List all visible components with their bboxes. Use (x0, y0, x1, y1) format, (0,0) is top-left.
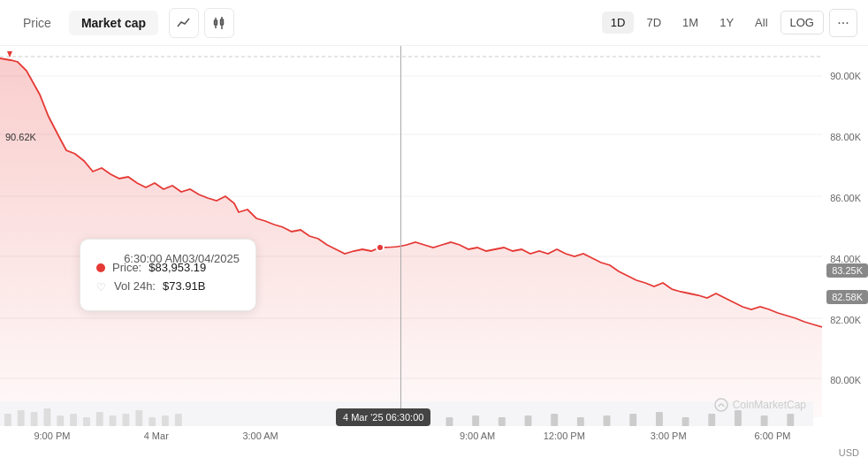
x-label-4mar: 4 Mar (144, 431, 169, 441)
svg-rect-20 (70, 414, 77, 426)
y-badge-8258: 82.58K (826, 290, 868, 304)
cursor-time-badge: 4 Mar '25 06:30:00 (336, 408, 430, 426)
svg-rect-28 (175, 414, 182, 426)
svg-rect-43 (735, 410, 742, 426)
more-options-button[interactable]: ··· (829, 9, 857, 37)
range-1m[interactable]: 1M (674, 11, 707, 34)
svg-rect-23 (110, 415, 117, 426)
tab-price[interactable]: Price (11, 11, 64, 35)
price-chart (0, 46, 822, 426)
svg-point-46 (715, 399, 727, 411)
tooltip-vol-row: ♡ Vol 24h: $73.91B (96, 279, 240, 293)
svg-point-13 (377, 244, 384, 251)
range-1y[interactable]: 1Y (711, 11, 742, 34)
toolbar: Price Market cap 1D 7D 1M 1Y All LOG ··· (0, 0, 868, 46)
x-axis: 9:00 PM 4 Mar 3:00 AM 9:00 AM 12:00 PM 3… (0, 426, 868, 446)
svg-rect-33 (472, 415, 479, 426)
watermark: CoinMarketCap (714, 398, 806, 412)
heart-icon: ♡ (96, 281, 107, 292)
svg-rect-15 (4, 414, 11, 426)
y-label-80k: 80.00K (830, 375, 861, 385)
svg-rect-41 (682, 417, 689, 426)
y-axis: 90.00K 88.00K 86.00K 84.00K 82.00K 80.00… (815, 46, 868, 426)
svg-rect-17 (31, 412, 38, 426)
x-label-3pm: 3:00 PM (651, 431, 687, 441)
range-buttons: 1D 7D 1M 1Y All LOG (602, 11, 824, 34)
svg-rect-16 (18, 410, 25, 426)
svg-rect-42 (708, 414, 715, 426)
x-label-12pm: 12:00 PM (544, 431, 585, 441)
x-label-6pm: 6:00 PM (754, 431, 790, 441)
chart-area: 90.62K 03/04/2025 6:30:00 AM Price: $83,… (0, 46, 868, 465)
x-label-3am: 3:00 AM (242, 431, 278, 441)
svg-rect-36 (551, 414, 558, 426)
range-7d[interactable]: 7D (637, 11, 670, 34)
cursor-line (400, 46, 401, 426)
svg-rect-24 (122, 414, 129, 426)
tooltip-price-row: Price: $83,953.19 (96, 261, 124, 274)
y-label-90k: 90.00K (830, 71, 861, 81)
y-label-82k: 82.00K (830, 315, 861, 325)
svg-rect-21 (83, 417, 90, 426)
range-log[interactable]: LOG (780, 11, 824, 34)
svg-rect-44 (761, 415, 768, 426)
svg-rect-26 (148, 417, 156, 426)
svg-rect-35 (525, 415, 532, 426)
x-label-9am: 9:00 AM (460, 431, 495, 441)
range-all[interactable]: All (746, 11, 776, 34)
chart-tooltip: 03/04/2025 6:30:00 AM Price: $83,953.19 … (80, 239, 256, 311)
svg-rect-34 (499, 417, 506, 426)
svg-rect-45 (787, 414, 794, 426)
svg-rect-27 (162, 415, 169, 426)
svg-rect-39 (629, 414, 636, 426)
svg-rect-40 (656, 412, 663, 426)
svg-rect-22 (96, 412, 103, 426)
svg-rect-32 (446, 417, 453, 426)
peak-label: 90.62K (5, 132, 36, 142)
candle-chart-icon[interactable] (204, 8, 234, 38)
x-label-9pm: 9:00 PM (34, 431, 70, 441)
y-badge-8325: 83.25K (826, 263, 868, 278)
svg-rect-18 (43, 408, 50, 426)
y-label-86k: 86.00K (830, 193, 861, 203)
range-1d[interactable]: 1D (602, 11, 635, 34)
svg-rect-38 (604, 415, 611, 426)
usd-label: USD (839, 447, 859, 458)
svg-rect-25 (135, 410, 142, 426)
svg-rect-37 (577, 417, 584, 426)
svg-rect-19 (57, 415, 64, 426)
y-label-88k: 88.00K (830, 132, 861, 142)
tab-marketcap[interactable]: Market cap (69, 11, 158, 35)
tooltip-price-dot (96, 263, 105, 272)
line-chart-icon[interactable] (169, 8, 199, 38)
